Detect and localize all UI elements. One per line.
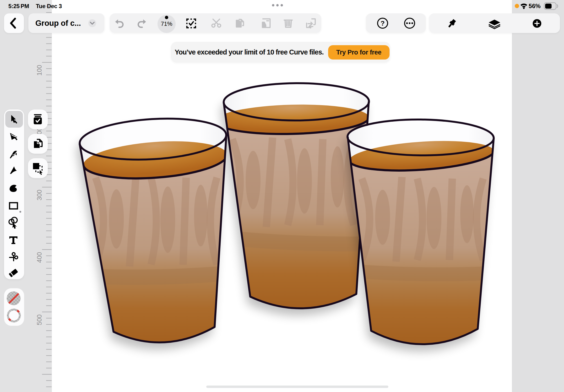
svg-text:56%: 56%	[529, 3, 541, 9]
svg-text:71%: 71%	[161, 21, 172, 27]
svg-text:Group of c...: Group of c...	[35, 19, 81, 28]
svg-text:?: ?	[381, 20, 385, 27]
